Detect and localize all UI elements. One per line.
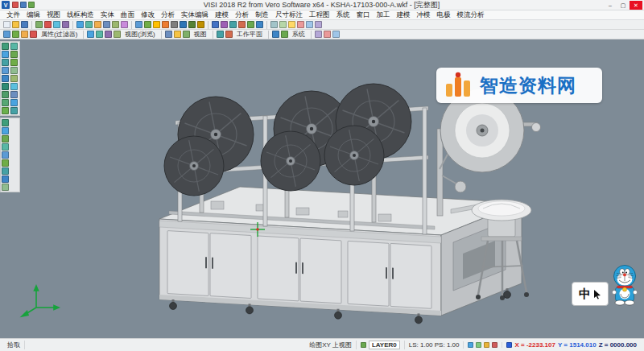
side-tool-icon[interactable] xyxy=(10,107,18,114)
toolbar-icon[interactable] xyxy=(315,21,322,28)
maximize-button[interactable]: ▢ xyxy=(617,1,630,10)
side-tool-icon[interactable] xyxy=(2,127,9,134)
toolbar-icon[interactable] xyxy=(112,21,119,28)
side-tool-icon[interactable] xyxy=(2,59,9,66)
side-tool-icon[interactable] xyxy=(2,91,9,98)
toolbar-icon[interactable] xyxy=(268,31,269,39)
quick-access-icon[interactable] xyxy=(12,2,19,8)
toolbar-icon[interactable]: 系统 xyxy=(290,30,308,39)
minimize-button[interactable]: – xyxy=(604,1,617,10)
menu-item[interactable]: 尺寸标注 xyxy=(272,10,306,20)
side-tool-icon[interactable] xyxy=(10,51,18,58)
toolbar-icon[interactable] xyxy=(306,21,313,28)
side-tool-icon[interactable] xyxy=(10,91,18,98)
side-tool-icon[interactable] xyxy=(2,107,9,114)
toolbar-icon[interactable] xyxy=(12,31,19,38)
toolbar-icon[interactable] xyxy=(87,31,94,38)
toolbar-icon[interactable] xyxy=(272,31,279,38)
menu-item[interactable]: 分析 xyxy=(232,10,252,20)
toolbar-icon[interactable] xyxy=(103,21,110,28)
menu-item[interactable]: 编辑 xyxy=(23,10,43,20)
side-tool-icon[interactable] xyxy=(2,176,9,183)
snap-toggle-icon[interactable] xyxy=(476,342,481,348)
side-tool-icon[interactable] xyxy=(10,99,18,106)
toolbar-icon[interactable]: 视图 xyxy=(192,30,209,39)
snap-toggle-icon[interactable] xyxy=(484,342,489,348)
menu-item[interactable]: 电极 xyxy=(434,10,454,20)
toolbar-icon[interactable] xyxy=(165,31,172,38)
toolbar-icon[interactable] xyxy=(3,21,10,28)
layer-name[interactable]: LAYER0 xyxy=(369,341,400,349)
menu-item[interactable]: 建模 xyxy=(212,10,232,20)
toolbar-icon[interactable] xyxy=(30,31,37,38)
toolbar-icon[interactable] xyxy=(171,21,178,28)
toolbar-icon[interactable] xyxy=(153,21,160,28)
side-tool-icon[interactable] xyxy=(2,151,9,159)
toolbar-icon[interactable] xyxy=(105,31,112,38)
toolbar-icon[interactable]: 视图(浏览) xyxy=(122,30,157,39)
toolbar-icon[interactable] xyxy=(281,31,288,38)
snap-toggle-icon[interactable] xyxy=(492,342,497,348)
toolbar-icon[interactable] xyxy=(288,21,295,28)
toolbar-icon[interactable] xyxy=(212,21,219,28)
menu-item[interactable]: 文件 xyxy=(3,10,23,20)
workplane-indicator[interactable]: 绘图XY 上视图 xyxy=(305,341,357,349)
side-tool-icon[interactable] xyxy=(10,75,18,82)
toolbar-icon[interactable] xyxy=(324,31,331,38)
toolbar-icon[interactable] xyxy=(35,21,43,28)
toolbar-icon[interactable] xyxy=(161,31,162,39)
menu-item[interactable]: 修改 xyxy=(138,10,158,20)
toolbar-icon[interactable] xyxy=(183,31,190,38)
toolbar-icon[interactable] xyxy=(221,21,228,28)
side-tool-icon[interactable] xyxy=(2,143,9,151)
menu-item[interactable]: 建模 xyxy=(394,10,414,20)
side-tool-icon[interactable] xyxy=(2,99,9,106)
menu-item[interactable]: 系统 xyxy=(333,10,353,20)
side-tool-icon[interactable] xyxy=(10,83,18,90)
toolbar-icon[interactable] xyxy=(44,21,52,28)
menu-item[interactable]: 窗口 xyxy=(353,10,374,20)
menu-item[interactable]: 模流分析 xyxy=(454,10,488,20)
toolbar-icon[interactable] xyxy=(114,31,121,38)
toolbar-icon[interactable] xyxy=(229,21,237,28)
toolbar-icon[interactable] xyxy=(85,21,93,28)
side-tool-icon[interactable] xyxy=(2,167,9,175)
side-tool-icon[interactable] xyxy=(2,135,9,142)
toolbar-icon[interactable] xyxy=(279,21,287,28)
toolbar-icon[interactable] xyxy=(213,31,213,39)
side-tool-icon[interactable] xyxy=(2,51,9,58)
3d-viewport[interactable]: 智造资料网 中 xyxy=(0,39,644,338)
toolbar-icon[interactable] xyxy=(144,21,151,28)
toolbar-icon[interactable] xyxy=(135,21,142,28)
toolbar-icon[interactable] xyxy=(217,31,224,38)
toolbar-icon[interactable] xyxy=(131,21,132,29)
menu-item[interactable]: 加工 xyxy=(374,10,394,20)
menu-item[interactable]: 线框构造 xyxy=(64,10,97,20)
side-tool-icon[interactable] xyxy=(10,59,18,66)
side-tool-icon[interactable] xyxy=(2,159,9,167)
toolbar-icon[interactable] xyxy=(188,21,196,28)
toolbar-icon[interactable] xyxy=(31,21,32,29)
side-tool-icon[interactable] xyxy=(2,83,9,90)
toolbar-icon[interactable] xyxy=(332,31,340,38)
toolbar-icon[interactable] xyxy=(256,21,263,28)
toolbar-icon[interactable] xyxy=(76,21,84,28)
side-tool-icon[interactable] xyxy=(10,43,18,50)
toolbar-icon[interactable] xyxy=(197,21,204,28)
toolbar-icon[interactable] xyxy=(315,31,322,38)
quick-access-icon[interactable] xyxy=(20,2,27,8)
layer-indicator[interactable]: LAYER0 xyxy=(357,341,405,349)
toolbar-icon[interactable]: 工作平面 xyxy=(234,30,265,39)
toolbar-icon[interactable] xyxy=(94,21,101,28)
toolbar-icon[interactable] xyxy=(121,21,128,28)
toolbar-icon[interactable] xyxy=(180,21,187,28)
toolbar-icon[interactable]: 属性(过滤器) xyxy=(39,30,80,39)
toolbar-icon[interactable] xyxy=(62,21,69,28)
close-button[interactable]: ✕ xyxy=(630,1,642,10)
toolbar-icon[interactable] xyxy=(83,31,84,39)
quick-access-icon[interactable] xyxy=(28,2,35,8)
toolbar-icon[interactable] xyxy=(53,21,60,28)
side-tool-icon[interactable] xyxy=(2,43,9,50)
menu-item[interactable]: 工程图 xyxy=(306,10,333,20)
side-tool-icon[interactable] xyxy=(2,119,9,126)
